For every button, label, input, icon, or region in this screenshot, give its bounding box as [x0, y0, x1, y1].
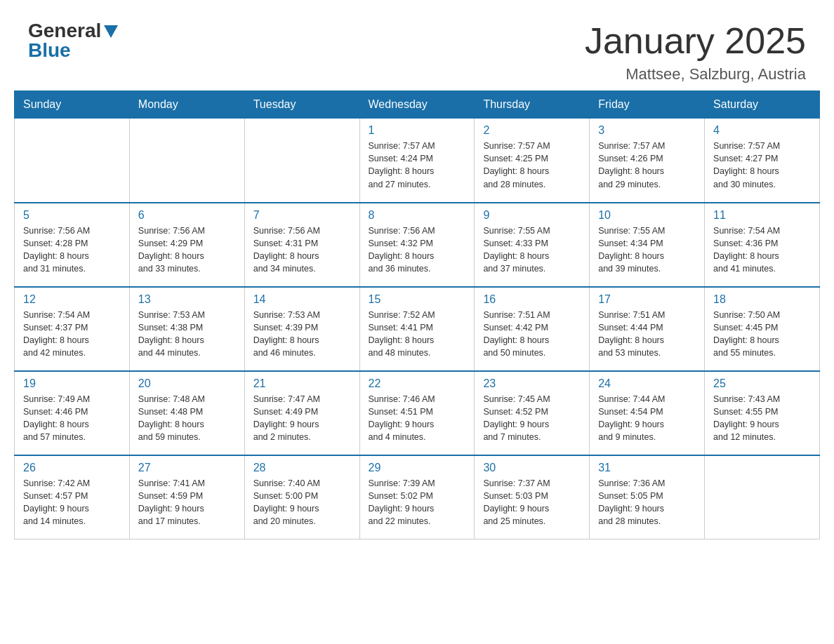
calendar-cell: 19Sunrise: 7:49 AMSunset: 4:46 PMDayligh… [15, 371, 130, 455]
day-info: Sunrise: 7:51 AMSunset: 4:44 PMDaylight:… [598, 309, 696, 360]
day-info: Sunrise: 7:56 AMSunset: 4:31 PMDaylight:… [253, 224, 351, 276]
day-info: Sunrise: 7:46 AMSunset: 4:51 PMDaylight:… [369, 393, 466, 444]
day-number: 20 [138, 377, 236, 390]
calendar-cell [15, 119, 130, 203]
day-number: 18 [713, 293, 811, 306]
day-number: 8 [369, 209, 466, 222]
calendar-cell: 12Sunrise: 7:54 AMSunset: 4:37 PMDayligh… [15, 287, 130, 371]
weekday-header-sunday: Sunday [15, 91, 130, 119]
calendar-cell: 18Sunrise: 7:50 AMSunset: 4:45 PMDayligh… [705, 287, 820, 371]
day-info: Sunrise: 7:49 AMSunset: 4:46 PMDaylight:… [23, 393, 121, 444]
calendar-week-row: 1Sunrise: 7:57 AMSunset: 4:24 PMDaylight… [15, 119, 820, 203]
calendar-cell: 31Sunrise: 7:36 AMSunset: 5:05 PMDayligh… [590, 455, 705, 539]
logo-general-text: General [28, 20, 101, 41]
day-number: 29 [369, 462, 466, 474]
day-info: Sunrise: 7:55 AMSunset: 4:33 PMDaylight:… [483, 224, 581, 276]
calendar-week-row: 26Sunrise: 7:42 AMSunset: 4:57 PMDayligh… [15, 455, 820, 539]
day-number: 4 [713, 124, 811, 137]
day-info: Sunrise: 7:50 AMSunset: 4:45 PMDaylight:… [713, 309, 811, 360]
day-number: 22 [369, 377, 466, 390]
calendar-cell: 8Sunrise: 7:56 AMSunset: 4:32 PMDaylight… [359, 203, 475, 287]
day-number: 26 [23, 462, 121, 474]
day-number: 12 [23, 293, 121, 306]
calendar-subtitle: Mattsee, Salzburg, Austria [585, 65, 806, 83]
day-info: Sunrise: 7:44 AMSunset: 4:54 PMDaylight:… [598, 393, 696, 444]
day-number: 21 [253, 377, 351, 390]
day-number: 19 [23, 377, 121, 390]
day-number: 23 [483, 377, 581, 390]
calendar-cell: 7Sunrise: 7:56 AMSunset: 4:31 PMDaylight… [244, 203, 359, 287]
day-info: Sunrise: 7:43 AMSunset: 4:55 PMDaylight:… [713, 393, 811, 444]
day-number: 3 [598, 124, 696, 137]
logo: General Blue [28, 21, 118, 60]
day-info: Sunrise: 7:57 AMSunset: 4:25 PMDaylight:… [483, 140, 581, 191]
calendar-cell: 11Sunrise: 7:54 AMSunset: 4:36 PMDayligh… [705, 203, 820, 287]
day-info: Sunrise: 7:56 AMSunset: 4:28 PMDaylight:… [23, 224, 121, 276]
calendar-cell: 22Sunrise: 7:46 AMSunset: 4:51 PMDayligh… [359, 371, 475, 455]
day-info: Sunrise: 7:39 AMSunset: 5:02 PMDaylight:… [369, 477, 466, 528]
logo-triangle-icon [104, 25, 118, 38]
calendar-cell [129, 119, 244, 203]
title-section: January 2025 Mattsee, Salzburg, Austria [585, 21, 806, 83]
calendar-cell: 6Sunrise: 7:56 AMSunset: 4:29 PMDaylight… [129, 203, 244, 287]
day-number: 7 [253, 209, 351, 222]
day-number: 28 [253, 462, 351, 474]
day-number: 10 [598, 209, 696, 222]
calendar-cell: 17Sunrise: 7:51 AMSunset: 4:44 PMDayligh… [590, 287, 705, 371]
day-info: Sunrise: 7:37 AMSunset: 5:03 PMDaylight:… [483, 477, 581, 528]
calendar-cell: 24Sunrise: 7:44 AMSunset: 4:54 PMDayligh… [590, 371, 705, 455]
logo-blue-text: Blue [28, 41, 71, 60]
logo-top: General [28, 21, 118, 41]
calendar-cell: 5Sunrise: 7:56 AMSunset: 4:28 PMDaylight… [15, 203, 130, 287]
day-info: Sunrise: 7:53 AMSunset: 4:39 PMDaylight:… [253, 309, 351, 360]
day-info: Sunrise: 7:54 AMSunset: 4:36 PMDaylight:… [713, 224, 811, 276]
day-info: Sunrise: 7:57 AMSunset: 4:24 PMDaylight:… [369, 140, 466, 191]
calendar-cell: 23Sunrise: 7:45 AMSunset: 4:52 PMDayligh… [475, 371, 590, 455]
day-number: 11 [713, 209, 811, 222]
day-number: 24 [598, 377, 696, 390]
weekday-header-monday: Monday [129, 91, 244, 119]
day-number: 14 [253, 293, 351, 306]
calendar-cell [244, 119, 359, 203]
day-number: 5 [23, 209, 121, 222]
calendar-header: SundayMondayTuesdayWednesdayThursdayFrid… [15, 91, 820, 119]
calendar-cell: 29Sunrise: 7:39 AMSunset: 5:02 PMDayligh… [359, 455, 475, 539]
weekday-header-wednesday: Wednesday [359, 91, 475, 119]
calendar-table: SundayMondayTuesdayWednesdayThursdayFrid… [14, 90, 820, 539]
calendar-week-row: 19Sunrise: 7:49 AMSunset: 4:46 PMDayligh… [15, 371, 820, 455]
calendar-body: 1Sunrise: 7:57 AMSunset: 4:24 PMDaylight… [15, 119, 820, 539]
day-info: Sunrise: 7:42 AMSunset: 4:57 PMDaylight:… [23, 477, 121, 528]
calendar-cell: 10Sunrise: 7:55 AMSunset: 4:34 PMDayligh… [590, 203, 705, 287]
weekday-header-friday: Friday [590, 91, 705, 119]
calendar-cell: 2Sunrise: 7:57 AMSunset: 4:25 PMDaylight… [475, 119, 590, 203]
calendar-cell: 9Sunrise: 7:55 AMSunset: 4:33 PMDaylight… [475, 203, 590, 287]
calendar-cell: 21Sunrise: 7:47 AMSunset: 4:49 PMDayligh… [244, 371, 359, 455]
day-number: 15 [369, 293, 466, 306]
calendar-cell: 25Sunrise: 7:43 AMSunset: 4:55 PMDayligh… [705, 371, 820, 455]
day-info: Sunrise: 7:36 AMSunset: 5:05 PMDaylight:… [598, 477, 696, 528]
day-number: 2 [483, 124, 581, 137]
calendar-week-row: 5Sunrise: 7:56 AMSunset: 4:28 PMDaylight… [15, 203, 820, 287]
day-number: 30 [483, 462, 581, 474]
day-info: Sunrise: 7:45 AMSunset: 4:52 PMDaylight:… [483, 393, 581, 444]
day-info: Sunrise: 7:52 AMSunset: 4:41 PMDaylight:… [369, 309, 466, 360]
day-number: 25 [713, 377, 811, 390]
day-number: 9 [483, 209, 581, 222]
day-info: Sunrise: 7:47 AMSunset: 4:49 PMDaylight:… [253, 393, 351, 444]
day-info: Sunrise: 7:51 AMSunset: 4:42 PMDaylight:… [483, 309, 581, 360]
day-info: Sunrise: 7:54 AMSunset: 4:37 PMDaylight:… [23, 309, 121, 360]
day-info: Sunrise: 7:53 AMSunset: 4:38 PMDaylight:… [138, 309, 236, 360]
calendar-cell: 14Sunrise: 7:53 AMSunset: 4:39 PMDayligh… [244, 287, 359, 371]
day-info: Sunrise: 7:41 AMSunset: 4:59 PMDaylight:… [138, 477, 236, 528]
day-info: Sunrise: 7:56 AMSunset: 4:29 PMDaylight:… [138, 224, 236, 276]
day-number: 16 [483, 293, 581, 306]
weekday-header-row: SundayMondayTuesdayWednesdayThursdayFrid… [15, 91, 820, 119]
calendar-cell: 26Sunrise: 7:42 AMSunset: 4:57 PMDayligh… [15, 455, 130, 539]
day-number: 31 [598, 462, 696, 474]
calendar-cell: 20Sunrise: 7:48 AMSunset: 4:48 PMDayligh… [129, 371, 244, 455]
day-info: Sunrise: 7:57 AMSunset: 4:26 PMDaylight:… [598, 140, 696, 191]
day-info: Sunrise: 7:40 AMSunset: 5:00 PMDaylight:… [253, 477, 351, 528]
calendar-cell: 30Sunrise: 7:37 AMSunset: 5:03 PMDayligh… [475, 455, 590, 539]
weekday-header-tuesday: Tuesday [244, 91, 359, 119]
calendar-week-row: 12Sunrise: 7:54 AMSunset: 4:37 PMDayligh… [15, 287, 820, 371]
